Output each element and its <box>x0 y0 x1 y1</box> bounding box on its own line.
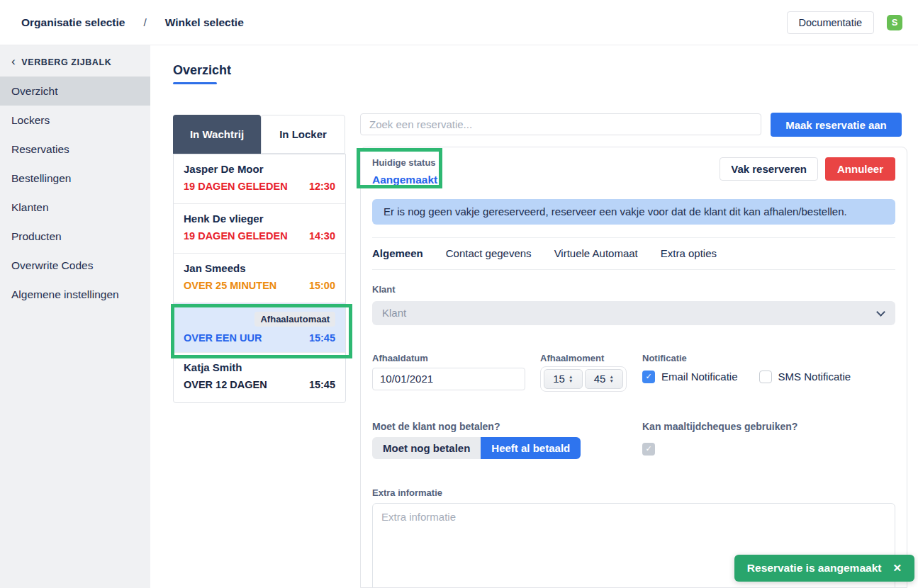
sidebar-collapse-label: VERBERG ZIJBALK <box>21 57 111 67</box>
reservation-when: 19 DAGEN GELEDEN <box>184 230 288 242</box>
sidebar: ‹ VERBERG ZIJBALK Overzicht Lockers Rese… <box>0 45 150 588</box>
email-notification-option[interactable]: ✓ Email Notificatie <box>642 371 738 383</box>
toast-message: Reservatie is aangemaakt <box>747 562 882 575</box>
breadcrumb-store[interactable]: Winkel selectie <box>165 16 244 29</box>
tab-in-wachtrij[interactable]: In Wachtrij <box>173 115 261 154</box>
tab-in-locker[interactable]: In Locker <box>261 115 345 154</box>
search-input[interactable] <box>360 113 761 135</box>
sms-notification-label: SMS Notificatie <box>778 371 851 383</box>
reservation-list: Jasper De Moor 19 DAGEN GELEDEN 12:30 He… <box>173 154 346 403</box>
email-notification-label: Email Notificatie <box>661 371 738 383</box>
sidebar-item-lockers[interactable]: Lockers <box>0 106 150 135</box>
sidebar-item-bestellingen[interactable]: Bestellingen <box>0 164 150 193</box>
create-reservation-button[interactable]: Maak reservatie aan <box>771 113 902 137</box>
reservation-name: Henk De vlieger <box>184 213 335 225</box>
sms-checkbox[interactable] <box>759 371 772 383</box>
sidebar-item-reservaties[interactable]: Reservaties <box>0 135 150 164</box>
sidebar-item-algemene-instellingen[interactable]: Algemene instellingen <box>0 280 150 309</box>
reservation-row-selected[interactable]: Afhaalautomaat OVER EEN UUR 15:45 <box>174 303 345 353</box>
topbar-actions: Documentatie S <box>787 11 902 34</box>
reservation-row[interactable]: Henk De vlieger 19 DAGEN GELEDEN 14:30 <box>174 204 345 254</box>
toggle-moet-nog-betalen[interactable]: Moet nog betalen <box>372 437 481 459</box>
reservation-time: 15:45 <box>309 379 335 390</box>
reservation-when: 19 DAGEN GELEDEN <box>184 181 288 192</box>
reservation-when: OVER EEN UUR <box>184 332 262 344</box>
sidebar-item-producten[interactable]: Producten <box>0 222 150 251</box>
reservation-time: 15:00 <box>309 280 335 291</box>
time-stepper-group: 15 ▲▼ 45 ▲▼ <box>540 366 627 392</box>
klant-select-value: Klant <box>382 307 406 319</box>
reservation-name: Jan Smeeds <box>184 262 335 274</box>
documentation-button[interactable]: Documentatie <box>787 11 874 34</box>
minute-value: 45 <box>594 373 606 385</box>
reservation-when: OVER 12 DAGEN <box>184 379 267 390</box>
reservation-name: Jasper De Moor <box>184 163 335 175</box>
info-banner: Er is nog geen vakje gereserveerd, reser… <box>372 199 895 225</box>
tab-extra-opties[interactable]: Extra opties <box>661 247 717 259</box>
sidebar-item-klanten[interactable]: Klanten <box>0 193 150 222</box>
breadcrumb-separator: / <box>143 16 146 29</box>
status-value[interactable]: Aangemaakt <box>372 174 437 186</box>
klant-select[interactable]: Klant <box>372 301 895 325</box>
reservation-row[interactable]: Katja Smith OVER 12 DAGEN 15:45 <box>174 353 345 402</box>
detail-tabs: Algemeen Contact gegevens Virtuele Autom… <box>372 247 895 259</box>
user-avatar[interactable]: S <box>887 15 902 30</box>
reservation-name: Katja Smith <box>184 361 335 373</box>
queue-tabs: In Wachtrij In Locker <box>173 115 345 154</box>
reservation-time: 14:30 <box>309 230 335 242</box>
spinner-arrows-icon[interactable]: ▲▼ <box>569 375 573 383</box>
chevron-down-icon <box>876 307 885 317</box>
extra-informatie-label: Extra informatie <box>372 487 895 498</box>
status-label: Huidige status <box>372 157 437 168</box>
divider <box>372 269 895 270</box>
cheques-question: Kan maaltijdcheques gebruiken? <box>642 421 895 432</box>
payment-toggle: Moet nog betalen Heeft al betaald <box>372 437 581 459</box>
reservation-row[interactable]: Jan Smeeds OVER 25 MINUTEN 15:00 <box>174 254 345 303</box>
sidebar-collapse-button[interactable]: ‹ VERBERG ZIJBALK <box>0 45 150 77</box>
sidebar-item-overzicht[interactable]: Overzicht <box>0 77 150 106</box>
notificatie-label: Notificatie <box>642 353 895 363</box>
top-bar: Organisatie selectie / Winkel selectie D… <box>0 0 918 45</box>
afhaaldatum-input[interactable] <box>372 368 525 390</box>
hour-value: 15 <box>553 373 565 385</box>
klant-label: Klant <box>372 284 895 295</box>
tab-contact-gegevens[interactable]: Contact gegevens <box>446 247 532 259</box>
check-icon: ✓ <box>645 444 651 453</box>
chevron-left-icon: ‹ <box>11 58 16 65</box>
breadcrumb-organisation[interactable]: Organisatie selectie <box>21 16 125 29</box>
divider <box>372 237 895 238</box>
reservation-when: OVER 25 MINUTEN <box>184 280 276 291</box>
spinner-arrows-icon[interactable]: ▲▼ <box>609 375 613 383</box>
hour-stepper[interactable]: 15 ▲▼ <box>544 369 583 389</box>
tab-algemeen[interactable]: Algemeen <box>372 247 423 259</box>
main-content: Overzicht In Wachtrij In Locker Jasper D… <box>150 45 918 588</box>
page-title: Overzicht <box>173 63 231 78</box>
status-block: Huidige status Aangemaakt <box>372 157 437 186</box>
reservation-time: 15:45 <box>309 332 335 344</box>
reservation-row[interactable]: Jasper De Moor 19 DAGEN GELEDEN 12:30 <box>174 154 345 204</box>
tab-virtuele-automaat[interactable]: Virtuele Automaat <box>554 247 638 259</box>
minute-stepper[interactable]: 45 ▲▼ <box>585 369 624 389</box>
cancel-button[interactable]: Annuleer <box>825 157 895 181</box>
check-icon: ✓ <box>645 372 651 381</box>
sidebar-item-overwrite-codes[interactable]: Overwrite Codes <box>0 251 150 280</box>
cheques-checkbox[interactable]: ✓ <box>642 443 655 456</box>
app-window: Organisatie selectie / Winkel selectie D… <box>0 0 918 588</box>
close-icon[interactable]: ✕ <box>892 562 902 575</box>
email-checkbox[interactable]: ✓ <box>642 371 655 383</box>
payment-question: Moet de klant nog betalen? <box>372 421 642 432</box>
title-underline <box>173 82 217 84</box>
reservation-time: 12:30 <box>309 181 335 192</box>
reserve-slot-button[interactable]: Vak reserveren <box>720 157 818 181</box>
toggle-heeft-al-betaald[interactable]: Heeft al betaald <box>481 437 581 459</box>
sms-notification-option[interactable]: SMS Notificatie <box>759 371 851 383</box>
afhaaldatum-label: Afhaaldatum <box>372 353 525 363</box>
breadcrumb: Organisatie selectie / Winkel selectie <box>21 16 244 29</box>
afhaalmoment-label: Afhaalmoment <box>540 353 627 363</box>
success-toast: Reservatie is aangemaakt ✕ <box>734 555 914 582</box>
reservation-detail-card: Huidige status Aangemaakt Vak reserveren… <box>360 147 907 588</box>
pickup-machine-badge: Afhaalautomaat <box>254 312 335 327</box>
